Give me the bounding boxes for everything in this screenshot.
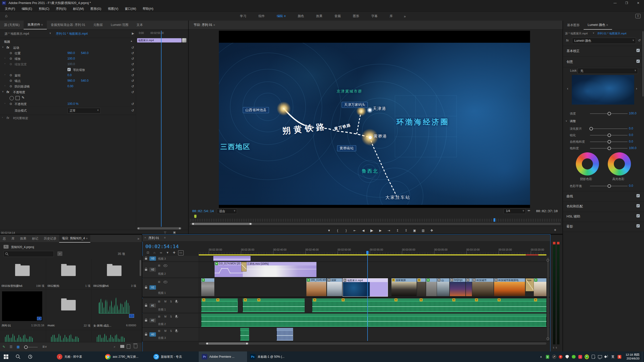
transport-lift-icon[interactable]: ↥ [394,228,401,233]
project-item[interactable]: music22 项 [46,290,92,330]
tray-expand-icon[interactable]: ∧ [539,355,543,359]
task-view-icon[interactable] [24,351,36,362]
slider-value-strength[interactable]: 100.0 [629,112,636,115]
satellite-tray-icon[interactable] [552,355,556,359]
section-label-sec2[interactable]: HSL 辅助 [567,214,580,219]
home-icon[interactable]: ⌂ [5,14,8,18]
menu-item-4[interactable]: 标记(M) [70,7,87,11]
usb-eject-icon[interactable]: ✓ [591,355,595,359]
bin-up-icon[interactable]: ↰ [4,245,9,249]
twirl-icon[interactable]: ∨ [2,90,4,93]
section-checkbox-sec0[interactable]: ✔ [636,194,640,197]
clip-v1-166_0145.MX[interactable]: fx166_0145.MX [306,278,326,296]
opacity-rubber-band[interactable] [215,265,243,277]
clip-a3-1[interactable] [277,328,293,341]
reset-icon[interactable]: ↺ [131,109,134,112]
vscroll-knob[interactable] [546,337,549,340]
collapse-up-icon[interactable]: ▲ [130,40,133,42]
panel-tab-项目: 剪辑920_4[interactable]: 项目: 剪辑920_4≡ [59,235,90,243]
project-item[interactable]: 0912拍摄fx63 项 [92,259,138,290]
clip-v1-beijings[interactable]: fxbeijings [450,278,465,296]
transport-go-to-out-icon[interactable]: ⇥ [386,228,392,233]
section-checkbox-basic[interactable]: ✔ [636,49,640,52]
chevron-down-icon[interactable]: ∨ [49,32,51,34]
panel-tab-基本图形[interactable]: 基本图形 [563,21,584,29]
security-shield-icon[interactable] [565,355,569,359]
menu-item-3[interactable]: 序列(S) [53,7,70,11]
panel-tab-音频剪辑混合器: 序列 01[interactable]: 音频剪辑混合器: 序列 01 [47,21,89,29]
program-timecode[interactable]: 00:02:54:14 [192,209,214,213]
reset-icon[interactable]: ↺ [131,90,134,94]
stopwatch-icon[interactable]: ⊙ [10,79,12,82]
start-button[interactable] [0,351,12,362]
slider-knob-strength[interactable] [608,112,611,115]
clip-v2-0[interactable]: fxDJI_0174.MOV [20 [215,262,243,277]
twirl-icon[interactable]: ∨ [2,46,4,48]
clip-v1-6[interactable]: fx [426,278,437,296]
slider-value-adj2[interactable]: 0.0 [629,140,633,143]
mini-timeline-scrollbar[interactable] [137,227,181,230]
clip-v1-国家[interactable]: fx国家 [327,278,342,296]
workspace-tab-编辑[interactable]: 编辑 ≡ [271,14,292,18]
slider-track-balance[interactable] [590,186,628,186]
tool-snap-icon[interactable]: ∩ [152,250,157,255]
network-tray-icon[interactable] [598,355,602,359]
transport-drag-video-icon[interactable]: ✥ [428,228,435,233]
timeline-timecode[interactable]: 00:02:54:14 [145,243,179,249]
playback-resolution-select[interactable]: 1/4∨ [504,208,526,214]
timeline-playhead-head[interactable] [366,251,369,254]
transport-extract-icon[interactable]: ↧ [403,228,409,233]
clip-v2-1[interactable]: fx三原色.mov [104%] [243,262,316,277]
ellipse-mask-icon[interactable] [10,96,14,100]
find-icon[interactable]: ⌕ [114,345,115,348]
slider-track-adj1[interactable] [590,135,628,135]
slider-knob-adj2[interactable] [608,140,611,144]
reset-icon[interactable]: ↺ [131,79,134,83]
menu-item-5[interactable]: 图形(G) [87,7,104,11]
shadow-tint-wheel[interactable] [576,152,599,175]
icon-view-icon[interactable]: ▦ [17,345,20,349]
menu-item-8[interactable]: 帮助(H) [139,7,156,11]
slider-track-adj3[interactable] [590,148,628,149]
timeline-vscrollbar[interactable] [547,257,549,340]
project-item[interactable]: 0910东营拍摄fx6198 项 [0,259,46,290]
section-label-sec3[interactable]: 晕影 [567,224,573,229]
button-editor-icon[interactable]: + [554,228,556,232]
twirl-icon[interactable]: › [2,116,3,119]
program-ruler[interactable] [190,219,561,222]
stopwatch-icon[interactable]: ⊙ [10,57,12,60]
search-in-bin-icon[interactable]: ⌕ [57,251,62,256]
menu-item-0[interactable]: 文件(F) [2,7,18,11]
stopwatch-icon[interactable]: ⊙ [10,62,12,66]
look-prev-arrow-icon[interactable]: ‹ [567,86,568,90]
taskbar-app-pr[interactable]: PrAdobe Premiere ... [199,351,247,362]
reset-icon[interactable]: ↺ [638,38,641,42]
transition-box-impact[interactable]: Impa [526,278,534,291]
section-checkbox-sec3[interactable]: ✔ [636,224,640,228]
stopwatch-icon[interactable]: ⊙ [10,73,12,77]
timeline-hscroll-thumb[interactable] [206,342,249,345]
panel-tab-历史记录[interactable]: 历史记录 [41,235,59,242]
reset-icon[interactable]: ↺ [131,102,134,106]
clip-a1-1[interactable]: fxfx [243,298,305,312]
twirl-icon[interactable]: › [5,57,5,59]
timeline-playhead-line[interactable] [367,251,368,341]
workspace-tab-音频[interactable]: 音频 [329,14,347,18]
stopwatch-icon[interactable]: ⊙ [10,84,12,88]
workspace-tab-学习[interactable]: 学习 [234,14,252,18]
clip-a1-2[interactable]: fxfxfxfxfxfxfxfx [312,298,546,312]
scroll-handle[interactable] [192,223,194,225]
writable-pencil-icon[interactable]: ✎ [3,345,5,349]
panel-tab-效果[interactable]: 效果 [17,235,29,242]
section-checkbox-sec1[interactable]: ✔ [636,204,640,207]
zoom-slider-knob[interactable] [24,345,28,349]
panel-tab-元数据[interactable]: 元数据 [89,21,107,29]
timeline-ruler[interactable]: 00:02:30:0000:02:35:0000:02:40:0000:02:4… [199,248,546,254]
panel-tab-库[interactable]: 库 [9,235,18,242]
program-playhead[interactable] [494,218,495,222]
workspace-tab-组件[interactable]: 组件 [252,14,271,18]
workspace-tab-效果[interactable]: 效果 [310,14,329,18]
clip-a2-0[interactable] [201,313,546,327]
transport-play-icon[interactable]: ▶ [369,228,375,233]
slider-knob-adj1[interactable] [608,133,611,137]
